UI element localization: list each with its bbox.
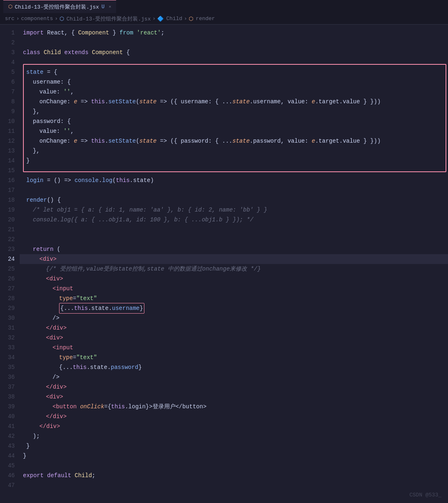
code-line-3: class Child extends Component { — [20, 48, 448, 57]
code-line-46: export default Child; — [20, 471, 448, 480]
breadcrumb-render: render — [196, 16, 215, 22]
close-icon[interactable]: × — [109, 5, 112, 9]
code-line-45 — [20, 461, 448, 471]
line-num-29: 29 — [3, 303, 15, 313]
line-num-27: 27 — [3, 284, 15, 294]
line-num-9: 9 — [3, 107, 15, 116]
line-num-31: 31 — [3, 323, 15, 333]
line-num-34: 34 — [3, 353, 15, 362]
code-line-11: value: '', — [20, 126, 448, 136]
line-num-40: 40 — [3, 412, 15, 421]
line-num-12: 12 — [3, 136, 15, 146]
breadcrumb-components: components — [21, 16, 53, 22]
line-num-37: 37 — [3, 382, 15, 392]
line-num-39: 39 — [3, 402, 15, 412]
code-line-13: }, — [20, 146, 448, 156]
line-num-19: 19 — [3, 205, 15, 215]
line-num-3: 3 — [3, 48, 15, 57]
code-line-10: password: { — [20, 116, 448, 126]
line-num-17: 17 — [3, 185, 15, 195]
code-line-5: state = { — [20, 67, 448, 77]
code-line-1: import React, { Component } from 'react'… — [20, 28, 448, 38]
line-num-43: 43 — [3, 441, 15, 451]
title-bar: ⬡ Child-13-受控组件聚合封装.jsx U × — [0, 0, 448, 13]
code-line-41: </div> — [20, 421, 448, 431]
line-num-6: 6 — [3, 77, 15, 87]
code-line-20: console.log({ a: { ...obj1.a, id: 100 },… — [20, 215, 448, 225]
line-num-47: 47 — [3, 480, 15, 490]
line-num-32: 32 — [3, 333, 15, 343]
breadcrumb-sep3: › — [152, 16, 155, 22]
line-num-5: 5 — [3, 67, 15, 77]
line-num-28: 28 — [3, 294, 15, 303]
code-line-26: <div> — [20, 274, 448, 284]
code-line-9: }, — [20, 107, 448, 116]
line-num-30: 30 — [3, 313, 15, 323]
code-line-27: <input — [20, 284, 448, 294]
code-line-6: username: { — [20, 77, 448, 87]
line-num-33: 33 — [3, 343, 15, 353]
breadcrumb-jsx-icon: ⬡ — [59, 16, 64, 22]
code-line-15 — [20, 166, 448, 175]
line-numbers: 1 2 3 4 5 6 7 8 9 10 11 12 13 14 15 16 1… — [0, 25, 20, 503]
jsx-icon: ⬡ — [8, 4, 12, 10]
line-num-35: 35 — [3, 362, 15, 372]
code-line-32: <div> — [20, 333, 448, 343]
line-num-1: 1 — [3, 28, 15, 38]
breadcrumb-render-icon: ⬡ — [189, 16, 193, 22]
line-num-36: 36 — [3, 372, 15, 382]
line-num-10: 10 — [3, 116, 15, 126]
line-num-2: 2 — [3, 38, 15, 48]
breadcrumb-class-icon: 🔷 — [157, 16, 164, 22]
code-line-8: onChange: e => this.setState(state => ({… — [20, 97, 448, 107]
code-line-24: <div> — [20, 254, 448, 264]
breadcrumb-sep2: › — [55, 16, 58, 22]
breadcrumb-src: src — [5, 16, 14, 22]
editor-container: 1 2 3 4 5 6 7 8 9 10 11 12 13 14 15 16 1… — [0, 25, 448, 503]
line-num-21: 21 — [3, 225, 15, 234]
code-line-39: <button onClick={this.login}>登录用户</butto… — [20, 402, 448, 412]
code-line-7: value: '', — [20, 87, 448, 97]
line-num-38: 38 — [3, 392, 15, 402]
code-line-17 — [20, 185, 448, 195]
code-line-42: ); — [20, 431, 448, 441]
code-line-36: /> — [20, 372, 448, 382]
line-num-25: 25 — [3, 264, 15, 274]
line-num-23: 23 — [3, 244, 15, 254]
code-line-22 — [20, 234, 448, 244]
breadcrumb-file: Child-13-受控组件聚合封装.jsx — [66, 15, 151, 23]
code-line-14: } — [20, 156, 448, 166]
line-num-26: 26 — [3, 274, 15, 284]
code-area[interactable]: import React, { Component } from 'react'… — [20, 25, 448, 503]
line-num-24: 24 — [3, 254, 15, 264]
code-line-30: /> — [20, 313, 448, 323]
code-line-34: type="text" — [20, 353, 448, 362]
code-line-2 — [20, 38, 448, 48]
code-line-19: /* let obj1 = { a: { id: 1, name: 'aa' }… — [20, 205, 448, 215]
file-tab[interactable]: ⬡ Child-13-受控组件聚合封装.jsx U × — [3, 0, 116, 13]
code-line-31: </div> — [20, 323, 448, 333]
line-num-22: 22 — [3, 234, 15, 244]
line-num-20: 20 — [3, 215, 15, 225]
code-line-23: return ( — [20, 244, 448, 254]
code-line-16: login = () => console.log(this.state) — [20, 175, 448, 185]
breadcrumb-sep1: › — [16, 16, 19, 22]
line-num-11: 11 — [3, 126, 15, 136]
code-line-4 — [20, 57, 448, 67]
line-num-14: 14 — [3, 156, 15, 166]
code-line-25: {/* 受控组件,value受到state控制,state 中的数据通过onch… — [20, 264, 448, 274]
code-line-40: </div> — [20, 412, 448, 421]
line-num-16: 16 — [3, 175, 15, 185]
line-num-18: 18 — [3, 195, 15, 205]
line-num-45: 45 — [3, 461, 15, 471]
line-num-44: 44 — [3, 451, 15, 461]
tab-label: Child-13-受控组件聚合封装.jsx — [15, 3, 99, 11]
code-line-37: </div> — [20, 382, 448, 392]
line-num-4: 4 — [3, 57, 15, 67]
breadcrumb: src › components › ⬡ Child-13-受控组件聚合封装.j… — [0, 13, 448, 25]
line-num-41: 41 — [3, 421, 15, 431]
code-line-12: onChange: e => this.setState(state => ({… — [20, 136, 448, 146]
code-line-33: <input — [20, 343, 448, 353]
tab-modified: U — [101, 4, 104, 10]
line-num-7: 7 — [3, 87, 15, 97]
